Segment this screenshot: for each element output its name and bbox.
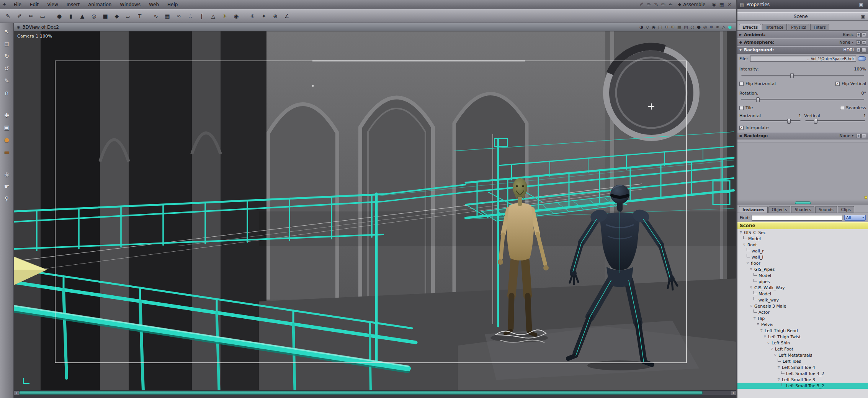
paint-roller-tool-icon[interactable]: ▬ [2, 147, 12, 157]
tree-item[interactable]: Model [737, 291, 868, 297]
tree-expand-icon[interactable]: ▽ [747, 262, 751, 265]
tree-item[interactable]: ▽Left Shin [737, 340, 868, 346]
backdrop-plus-button[interactable]: + [856, 134, 861, 138]
grid-toggle-icon[interactable]: ▦ [719, 2, 724, 7]
hdr-file-field[interactable]: .. Vol 1\OuterSpaceB.hdr [750, 56, 856, 62]
resize-grip[interactable] [865, 196, 867, 199]
tree-expand-icon[interactable]: ▽ [757, 323, 761, 326]
hdr-thumbnail[interactable] [858, 56, 866, 61]
brush-tool-icon[interactable]: ✒ [669, 2, 673, 7]
tree-item[interactable]: ▽Left Metatarsals [737, 352, 868, 358]
background-expand-icon[interactable]: ▼ [739, 48, 744, 52]
text-primitive-icon[interactable]: T [135, 11, 145, 21]
tree-item[interactable]: ▽Hip [737, 315, 868, 321]
tree-expand-icon[interactable]: ▽ [760, 329, 765, 332]
panel-splitter[interactable] [737, 200, 868, 205]
magnet-tool-icon[interactable]: ∩ [2, 88, 12, 98]
pointer-tool-icon[interactable]: ↖ [2, 27, 12, 37]
tree-item[interactable]: Left Small Toe 3_2 [737, 383, 868, 389]
close-icon[interactable]: ✕ [727, 2, 732, 7]
visibility-eye-icon[interactable]: ◉ [711, 2, 716, 7]
tree-expand-icon[interactable]: ▽ [771, 347, 775, 351]
preview-quality-icon[interactable]: ◑ [639, 25, 643, 29]
atmosphere-bullet-icon[interactable]: ● [739, 41, 744, 44]
pen-tool-icon[interactable]: ✎ [654, 2, 658, 7]
layout-4pane-icon[interactable]: ▦ [677, 25, 681, 29]
tree-item[interactable]: pipes [737, 278, 868, 285]
spline-tool-icon[interactable]: ∿ [151, 11, 161, 21]
scroll-right-button[interactable]: ▸ [731, 391, 736, 395]
terrain-tool-icon[interactable]: △ [208, 11, 218, 21]
tree-expand-icon[interactable]: ▽ [764, 335, 768, 338]
scene-options-icon[interactable]: ▣ [861, 14, 865, 19]
zoom-tool-icon[interactable]: ⚲ [2, 194, 12, 204]
horizontal-scrollbar[interactable]: ◂ ▸ [14, 390, 736, 395]
tree-item[interactable]: ▽Left Thigh Bend [737, 328, 868, 334]
camera-move-tool-icon[interactable]: ◉ [2, 169, 12, 179]
tree-expand-icon[interactable]: ▽ [750, 305, 754, 308]
tree-expand-icon[interactable]: ▽ [754, 317, 758, 320]
marquee-tool-icon[interactable]: ⊡ [2, 39, 12, 49]
tree-expand-icon[interactable]: ▽ [750, 286, 754, 289]
btab-objects[interactable]: Objects [768, 206, 791, 213]
layout-single-icon[interactable]: □ [658, 25, 662, 29]
atmosphere-value[interactable]: None [839, 40, 850, 45]
btab-clips[interactable]: Clips [838, 206, 854, 213]
properties-header[interactable]: ▤ Properties ▣ [737, 0, 868, 9]
find-filter-dropdown[interactable]: All ▾ [844, 215, 866, 221]
atmosphere-dropdown-icon[interactable]: ▾ [852, 41, 853, 44]
metaball-tool-icon[interactable]: ∞ [174, 11, 184, 21]
layout-3pane-icon[interactable]: ⊞ [671, 25, 675, 29]
ptab-effects[interactable]: Effects [739, 24, 761, 30]
tree-item[interactable]: ▽Root [737, 242, 868, 248]
btab-instances[interactable]: Instances [739, 206, 768, 213]
rotation-slider[interactable] [741, 99, 864, 100]
link-icon[interactable]: ∞ [716, 25, 719, 29]
globe-dark-icon[interactable]: ● [697, 25, 701, 29]
horizontal-slider[interactable] [740, 120, 801, 122]
layout-2pane-icon[interactable]: ⊟ [665, 25, 668, 29]
draw-tool-icon[interactable]: ✎ [2, 76, 12, 86]
camera-view-icon[interactable]: ◉ [652, 25, 655, 29]
tree-item[interactable]: ▽GIS_Walk_Way [737, 285, 868, 291]
flip-vertical-checkbox[interactable]: ✓ [835, 82, 840, 86]
seamless-checkbox[interactable] [840, 106, 844, 110]
tile-checkbox[interactable] [739, 106, 744, 110]
viewport-titlebar[interactable]: ◉ 3DView of Doc2 ◑◇◉□⊟⊞▦▤○●◎⊕∞△● [14, 23, 736, 31]
cone-primitive-icon[interactable]: ▲ [77, 11, 87, 21]
scrollbar-thumb[interactable] [19, 391, 703, 395]
tree-expand-icon[interactable]: ▽ [778, 378, 782, 381]
btab-shaders[interactable]: Shaders [791, 206, 814, 213]
ambient-row[interactable]: ▶ Ambient: Basic + − [737, 31, 868, 38]
menu-animation[interactable]: Animation [84, 0, 116, 9]
atmosphere-row[interactable]: ● Atmosphere: None ▾ + − [737, 39, 868, 46]
ambient-expand-icon[interactable]: ▶ [739, 33, 744, 36]
axis-lock-icon[interactable]: ⊕ [710, 25, 713, 29]
intensity-slider-thumb[interactable] [790, 73, 794, 78]
background-minus-button[interactable]: − [861, 48, 866, 52]
tree-item[interactable]: Left Toes [737, 358, 868, 364]
stamp-tool-icon[interactable]: ✑ [647, 2, 651, 7]
tree-item[interactable]: ▽Left Thigh Twist [737, 334, 868, 340]
layout-wide-icon[interactable]: ▤ [684, 25, 688, 29]
plane-primitive-icon[interactable]: ▱ [123, 11, 133, 21]
scene-render[interactable] [14, 31, 736, 390]
panel-detach-icon[interactable]: ▣ [859, 2, 863, 7]
knife-tool-icon[interactable]: ✏ [661, 2, 665, 7]
tree-item[interactable]: ▽GIS_C_Sec [737, 229, 868, 236]
rotate-tool-icon[interactable]: ↻ [2, 51, 12, 61]
tree-item[interactable]: wall_l [737, 254, 868, 260]
tree-item[interactable]: ▽Left Small Toe 3 [737, 377, 868, 383]
tree-item[interactable]: Actor [737, 309, 868, 315]
move-tool-icon[interactable]: ✚ [2, 110, 12, 120]
wizard-tool-icon[interactable]: ✦ [259, 11, 269, 21]
icosahedron-primitive-icon[interactable]: ◆ [112, 11, 122, 21]
ambient-minus-button[interactable]: − [861, 33, 866, 37]
tree-item[interactable]: wall_r [737, 248, 868, 254]
tree-expand-icon[interactable]: ▽ [750, 268, 754, 271]
tree-item[interactable]: ▽Left Small Toe 4 [737, 364, 868, 370]
atmosphere-plus-button[interactable]: + [856, 40, 861, 45]
tree-item[interactable]: ▽GIS_Pipes [737, 266, 868, 272]
paint-finger-icon[interactable]: ✐ [15, 11, 25, 21]
vertical-slider-thumb[interactable] [814, 119, 817, 124]
